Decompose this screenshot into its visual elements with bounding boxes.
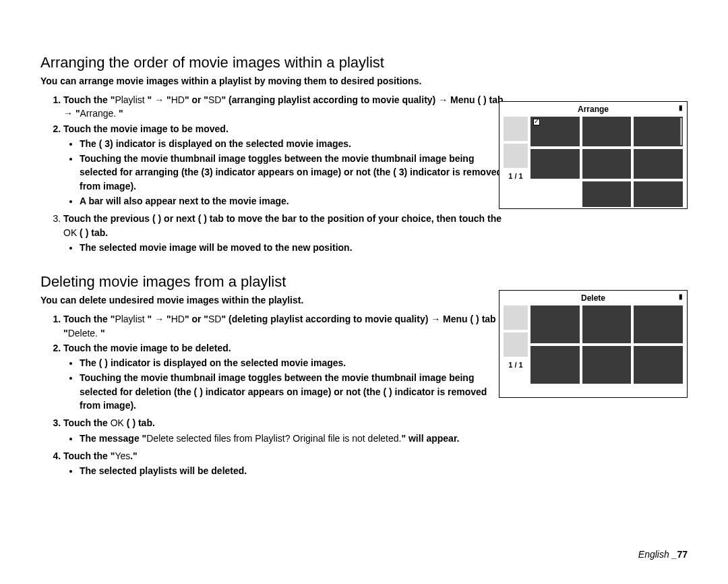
s2-step1: Touch the "Playlist " → "HD" or "SD" (de…: [63, 312, 508, 340]
side-nav-up: [504, 117, 528, 141]
section1-steps: Touch the "Playlist " → "HD" or "SD" (ar…: [40, 93, 508, 254]
delete-grid: [530, 305, 683, 392]
thumb-empty: [530, 181, 580, 207]
insertion-bar: [680, 118, 682, 145]
section2-steps: Touch the "Playlist " → "HD" or "SD" (de…: [40, 312, 508, 477]
delete-screen-header: Delete ▮: [499, 291, 687, 304]
thumb: [634, 346, 683, 384]
thumb: [582, 117, 632, 146]
arrange-screen: Arrange ▮ 1 / 1: [499, 101, 688, 209]
thumb: [530, 149, 580, 179]
s2-step4-b1: The selected playlists will be deleted.: [80, 464, 508, 477]
thumb: [582, 346, 632, 384]
s1-step2-b2: Touching the movie thumbnail image toggl…: [80, 152, 508, 193]
s2-step2-b1: The ( ) indicator is displayed on the se…: [80, 356, 508, 370]
thumb: [530, 117, 580, 146]
thumb: [582, 149, 632, 179]
s1-step2-b1: The ( 3) indicator is displayed on the s…: [80, 137, 508, 150]
thumb: [634, 117, 683, 146]
delete-page-indicator: 1 / 1: [504, 361, 528, 369]
side-nav-up: [504, 305, 528, 330]
s2-step3: Touch the OK ( ) tab. The message "Delet…: [63, 416, 508, 445]
s2-step4: Touch the "Yes." The selected playlists …: [63, 449, 508, 478]
s1-step1: Touch the "Playlist " → "HD" or "SD" (ar…: [63, 93, 508, 121]
s1-step3: Touch the previous ( ) or next ( ) tab t…: [63, 212, 508, 254]
thumb: [530, 305, 580, 343]
thumb: [582, 305, 632, 343]
s2-step2-b2: Touching the movie thumbnail image toggl…: [80, 371, 508, 412]
page-footer: English _77: [638, 549, 688, 560]
delete-screen: Delete ▮ 1 / 1: [499, 290, 688, 398]
thumb: [634, 181, 683, 207]
s2-step3-b1: The message "Delete selected files from …: [80, 432, 508, 445]
side-nav-down: [504, 144, 528, 168]
arrange-grid: [530, 117, 683, 203]
s1-step2: Touch the movie image to be moved. The (…: [63, 122, 508, 208]
battery-icon: ▮: [679, 293, 683, 300]
side-nav-down: [504, 332, 528, 357]
thumb: [582, 181, 632, 207]
thumb: [634, 149, 683, 179]
s1-step3-b1: The selected movie image will be moved t…: [80, 241, 508, 254]
thumb: [634, 305, 683, 343]
arrange-screen-header: Arrange ▮: [499, 102, 687, 115]
arrange-page-indicator: 1 / 1: [504, 172, 528, 180]
thumb: [530, 346, 580, 384]
s2-step2: Touch the movie image to be deleted. The…: [63, 341, 508, 412]
section1-intro: You can arrange movie images within a pl…: [40, 76, 688, 86]
check-icon: [533, 119, 540, 125]
section2-title: Deleting movie images from a playlist: [40, 273, 688, 291]
s1-step2-b3: A bar will also appear next to the movie…: [80, 194, 508, 208]
section1-title: Arranging the order of movie images with…: [40, 54, 688, 71]
battery-icon: ▮: [679, 105, 683, 111]
